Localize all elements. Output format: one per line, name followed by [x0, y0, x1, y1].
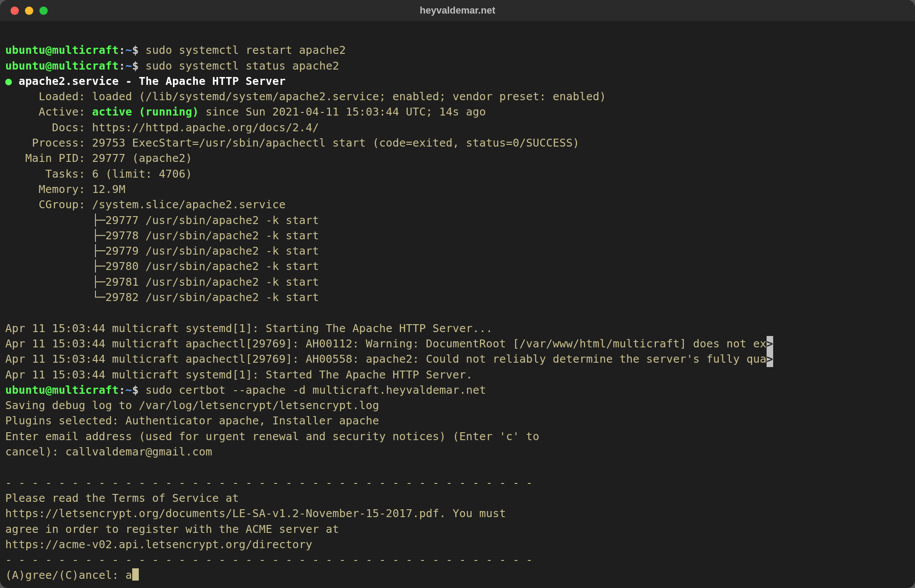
prompt: ubuntu@multicraft:~$	[5, 60, 145, 72]
tree-line: ├─29780 /usr/sbin/apache2 -k start	[5, 260, 319, 273]
terminal-body[interactable]: ubuntu@multicraft:~$ sudo systemctl rest…	[0, 21, 915, 588]
divider: - - - - - - - - - - - - - - - - - - - - …	[5, 476, 533, 489]
prompt-host: multicraft	[52, 44, 119, 56]
output-line: Please read the Terms of Service at	[5, 492, 239, 504]
cursor-icon	[132, 568, 139, 581]
log-line: Apr 11 15:03:44 multicraft apachectl[297…	[5, 353, 767, 365]
output-line: Main PID: 29777 (apache2)	[5, 152, 192, 164]
service-header: apache2.service - The Apache HTTP Server	[12, 75, 285, 88]
output-line: CGroup: /system.slice/apache2.service	[5, 198, 286, 211]
tree-line: ├─29779 /usr/sbin/apache2 -k start	[5, 245, 319, 257]
tree-line: ├─29781 /usr/sbin/apache2 -k start	[5, 276, 319, 288]
line-truncated-icon: >	[767, 351, 773, 367]
output-line: Saving debug log to /var/log/letsencrypt…	[5, 399, 379, 412]
output-line: Loaded: loaded (/lib/systemd/system/apac…	[5, 90, 606, 103]
prompt-at: @	[46, 44, 52, 56]
output-line: Memory: 12.9M	[5, 183, 126, 196]
prompt-user: ubuntu	[5, 44, 46, 56]
prompt: ubuntu@multicraft:~$	[5, 44, 145, 56]
prompt-dollar: $	[132, 44, 146, 56]
agree-input[interactable]: a	[126, 569, 132, 581]
window-title: heyvaldemar.net	[0, 5, 915, 16]
tree-line: ├─29778 /usr/sbin/apache2 -k start	[5, 229, 319, 242]
output-line: Plugins selected: Authenticator apache, …	[5, 414, 379, 427]
bullet-icon: ●	[5, 75, 12, 88]
titlebar: heyvaldemar.net	[0, 0, 915, 21]
tree-line: └─29782 /usr/sbin/apache2 -k start	[5, 291, 319, 304]
output-line: https://letsencrypt.org/documents/LE-SA-…	[5, 507, 506, 520]
output-line: Tasks: 6 (limit: 4706)	[5, 168, 192, 180]
output-line: Active:	[5, 105, 92, 118]
terminal-window: heyvaldemar.net ubuntu@multicraft:~$ sud…	[0, 0, 915, 588]
tree-line: ├─29777 /usr/sbin/apache2 -k start	[5, 214, 319, 227]
prompt-sep: :	[119, 44, 125, 56]
output-line: Docs: https://httpd.apache.org/docs/2.4/	[5, 121, 319, 134]
status-badge: active (running)	[92, 105, 199, 118]
output-line: cancel): callvaldemar@gmail.com	[5, 445, 212, 458]
command: sudo certbot --apache -d multicraft.heyv…	[145, 384, 486, 396]
log-line: Apr 11 15:03:44 multicraft apachectl[297…	[5, 337, 767, 350]
output-line: https://acme-v02.api.letsencrypt.org/dir…	[5, 538, 313, 551]
prompt-path: ~	[126, 44, 132, 56]
command: sudo systemctl status apache2	[145, 60, 339, 72]
log-line: Apr 11 15:03:44 multicraft systemd[1]: S…	[5, 368, 473, 381]
divider: - - - - - - - - - - - - - - - - - - - - …	[5, 553, 533, 566]
command: sudo systemctl restart apache2	[145, 44, 346, 56]
line-truncated-icon: >	[767, 336, 773, 351]
output-line: Enter email address (used for urgent ren…	[5, 430, 539, 443]
agree-prompt: (A)gree/(C)ancel:	[5, 569, 126, 581]
output-line: agree in order to register with the ACME…	[5, 523, 339, 536]
output-line: Process: 29753 ExecStart=/usr/sbin/apach…	[5, 136, 580, 149]
log-line: Apr 11 15:03:44 multicraft systemd[1]: S…	[5, 322, 493, 335]
prompt: ubuntu@multicraft:~$	[5, 384, 145, 396]
